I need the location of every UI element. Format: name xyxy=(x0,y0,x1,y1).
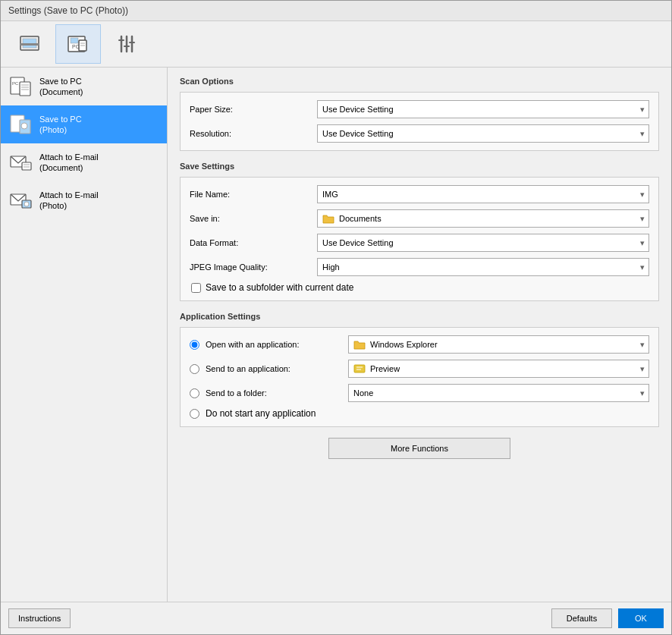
tools-icon xyxy=(115,32,139,56)
content-area: Scan Options Paper Size: Use Device Sett… xyxy=(168,68,671,602)
send-to-folder-select[interactable]: None Documents Pictures xyxy=(348,384,649,402)
sidebar-label-save-pc-doc: Save to PC(Document) xyxy=(39,76,83,98)
instructions-button[interactable]: Instructions xyxy=(8,608,71,628)
save-in-label: Save in: xyxy=(190,214,311,223)
title-bar: Settings (Save to PC (Photo)) xyxy=(1,1,671,21)
send-to-app-select[interactable]: Preview Paint Other xyxy=(370,360,648,377)
subfolder-label[interactable]: Save to a subfolder with current date xyxy=(206,282,353,293)
scan-icon xyxy=(17,32,42,56)
sidebar-item-save-pc-photo[interactable]: Save to PC(Photo) xyxy=(1,105,167,143)
open-with-select-container: Windows Explorer Paint Photoshop xyxy=(348,335,649,354)
save-in-select-container: Documents Pictures Desktop xyxy=(317,209,649,228)
send-to-app-select-wrapper: Preview Paint Other xyxy=(348,360,649,378)
do-not-start-row: Do not start any application xyxy=(190,408,649,419)
file-name-row: File Name: IMG Scan Photo Document xyxy=(190,185,649,203)
toolbar: PC xyxy=(1,21,671,68)
defaults-button[interactable]: Defaults xyxy=(551,608,612,628)
file-name-label: File Name: xyxy=(190,190,311,199)
sidebar-label-attach-email-photo: Attach to E-mail(Photo) xyxy=(39,190,99,212)
svg-point-30 xyxy=(24,202,29,206)
sidebar-icon-attach-email-photo xyxy=(9,188,33,212)
data-format-label: Data Format: xyxy=(190,238,311,247)
file-name-select[interactable]: IMG Scan Photo Document xyxy=(317,185,649,203)
do-not-start-radio[interactable] xyxy=(190,409,199,419)
resolution-select-wrapper: Use Device Setting 75 dpi 150 dpi 300 dp… xyxy=(317,124,649,143)
save-icon: PC xyxy=(66,32,90,56)
send-to-folder-row: Send to a folder: None Documents Picture… xyxy=(190,384,649,402)
footer-right-buttons: Defaults OK xyxy=(551,608,664,628)
svg-rect-17 xyxy=(20,82,30,96)
sidebar-icon-attach-email-doc xyxy=(9,150,33,174)
svg-text:PC: PC xyxy=(12,81,19,86)
resolution-row: Resolution: Use Device Setting 75 dpi 15… xyxy=(190,124,649,143)
paper-size-select[interactable]: Use Device Setting A4 Letter Legal Auto xyxy=(317,100,649,118)
save-settings-title: Save Settings xyxy=(180,162,659,171)
toolbar-tab-scan[interactable] xyxy=(7,24,52,64)
save-in-select[interactable]: Documents Pictures Desktop xyxy=(339,210,648,227)
do-not-start-label[interactable]: Do not start any application xyxy=(206,408,316,419)
save-settings-box: File Name: IMG Scan Photo Document xyxy=(180,177,659,301)
save-in-select-wrapper: Documents Pictures Desktop xyxy=(317,209,649,228)
svg-rect-4 xyxy=(71,38,78,43)
resolution-select[interactable]: Use Device Setting 75 dpi 150 dpi 300 dp… xyxy=(317,124,649,143)
sidebar-item-attach-email-photo[interactable]: Attach to E-mail(Photo) xyxy=(1,181,167,219)
application-settings-box: Open with an application: Windows Explor… xyxy=(180,327,659,427)
resolution-label: Resolution: xyxy=(190,129,311,138)
data-format-row: Data Format: Use Device Setting JPEG PNG… xyxy=(190,234,649,252)
sidebar: PC Save to PC(Document) xyxy=(1,68,168,602)
save-in-row: Save in: Documents Picture xyxy=(190,209,649,228)
sidebar-icon-save-pc-photo xyxy=(9,112,33,137)
sidebar-item-attach-email-doc[interactable]: Attach to E-mail(Document) xyxy=(1,143,167,181)
paper-size-row: Paper Size: Use Device Setting A4 Letter… xyxy=(190,100,649,118)
open-with-radio[interactable] xyxy=(190,340,199,350)
more-functions-button[interactable]: More Functions xyxy=(328,438,510,459)
send-to-app-label[interactable]: Send to an application: xyxy=(206,364,342,373)
main-window: Settings (Save to PC (Photo)) PC xyxy=(0,0,672,635)
svg-rect-25 xyxy=(22,162,31,170)
save-settings-section: Save Settings File Name: IMG Scan Photo … xyxy=(180,162,659,301)
scan-options-title: Scan Options xyxy=(180,77,659,86)
send-to-app-select-container: Preview Paint Other xyxy=(348,360,649,378)
data-format-select[interactable]: Use Device Setting JPEG PNG TIFF PDF xyxy=(317,234,649,252)
data-format-select-wrapper: Use Device Setting JPEG PNG TIFF PDF xyxy=(317,234,649,252)
file-name-select-wrapper: IMG Scan Photo Document xyxy=(317,185,649,203)
svg-rect-2 xyxy=(20,43,39,46)
sidebar-label-save-pc-photo: Save to PC(Photo) xyxy=(39,114,82,136)
jpeg-quality-select[interactable]: High Medium Low xyxy=(317,258,649,276)
jpeg-quality-select-wrapper: High Medium Low xyxy=(317,258,649,276)
sidebar-icon-save-pc-doc: PC xyxy=(9,74,33,99)
jpeg-quality-row: JPEG Image Quality: High Medium Low xyxy=(190,258,649,276)
scan-options-section: Scan Options Paper Size: Use Device Sett… xyxy=(180,77,659,151)
toolbar-tab-save[interactable]: PC xyxy=(55,24,101,64)
save-in-folder-icon xyxy=(321,211,336,226)
paper-size-select-wrapper: Use Device Setting A4 Letter Legal Auto xyxy=(317,100,649,118)
send-to-folder-select-wrapper: None Documents Pictures xyxy=(348,384,649,402)
svg-rect-31 xyxy=(354,365,365,373)
open-with-select[interactable]: Windows Explorer Paint Photoshop xyxy=(370,336,648,353)
windows-explorer-icon xyxy=(352,337,367,352)
subfolder-row: Save to a subfolder with current date xyxy=(190,282,649,293)
scan-options-box: Paper Size: Use Device Setting A4 Letter… xyxy=(180,92,659,151)
send-to-app-radio[interactable] xyxy=(190,364,199,374)
open-with-select-wrapper: Windows Explorer Paint Photoshop xyxy=(348,335,649,354)
paper-size-label: Paper Size: xyxy=(190,105,311,114)
open-with-label[interactable]: Open with an application: xyxy=(206,340,342,349)
sidebar-label-attach-email-doc: Attach to E-mail(Document) xyxy=(39,152,99,174)
footer: Instructions Defaults OK xyxy=(1,602,671,634)
ok-button[interactable]: OK xyxy=(618,608,664,628)
application-settings-title: Application Settings xyxy=(180,312,659,321)
send-to-folder-label[interactable]: Send to a folder: xyxy=(206,388,342,398)
sidebar-item-save-pc-doc[interactable]: PC Save to PC(Document) xyxy=(1,68,167,105)
open-with-row: Open with an application: Windows Explor… xyxy=(190,335,649,354)
subfolder-checkbox[interactable] xyxy=(191,283,201,293)
preview-app-icon xyxy=(352,361,367,376)
send-to-folder-radio[interactable] xyxy=(190,388,199,398)
application-settings-section: Application Settings Open with an applic… xyxy=(180,312,659,459)
window-title: Settings (Save to PC (Photo)) xyxy=(8,5,128,16)
toolbar-tab-tools[interactable] xyxy=(104,24,149,64)
jpeg-quality-label: JPEG Image Quality: xyxy=(190,262,311,272)
send-to-app-row: Send to an application: xyxy=(190,360,649,378)
svg-point-23 xyxy=(21,123,27,129)
main-content: PC Save to PC(Document) xyxy=(1,68,671,602)
